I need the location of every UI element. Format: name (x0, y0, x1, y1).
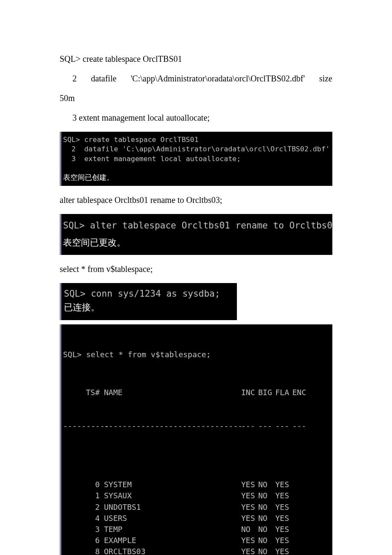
table-cell: YES (241, 535, 258, 546)
table-header: BIG (258, 387, 275, 398)
table-cell: 8 (63, 546, 104, 555)
table-cell (292, 502, 309, 513)
table-cell (292, 535, 309, 546)
table-cell: SYSTEM (104, 479, 241, 490)
table-cell: 4 (63, 513, 104, 524)
table-cell: NO (258, 524, 275, 535)
terminal-line: SQL> alter tablespace Orcltbs01 rename t… (63, 220, 332, 231)
table-cell: YES (275, 513, 292, 524)
table-cell (292, 490, 309, 501)
terminal-line: SQL> conn sys/1234 as sysdba; (64, 289, 220, 299)
table-row: 8ORCLTBS03YESNOYES (63, 546, 331, 555)
table-cell: YES (275, 502, 292, 513)
document-page: SQL> create tablespace OrclTBS01 2 dataf… (0, 0, 392, 555)
table-header: ENC (292, 387, 309, 398)
table-header: INC (241, 387, 258, 398)
table-cell: YES (275, 535, 292, 546)
table-cell: YES (241, 513, 258, 524)
table-cell: YES (275, 490, 292, 501)
table-cell (292, 513, 309, 524)
table-cell: EXAMPLE (104, 535, 241, 546)
table-row: 4USERSYESNOYES (63, 513, 331, 524)
table-cell: YES (241, 502, 258, 513)
table-row: 2UNDOTBS1YESNOYES (63, 502, 331, 513)
terminal-line: SQL> create tablespace OrclTBS01 (63, 136, 199, 144)
table-cell: YES (275, 546, 292, 555)
table-row: 0SYSTEMYESNOYES (63, 479, 331, 490)
table-cell: NO (258, 502, 275, 513)
terminal-line: 3 extent management local autoallocate; (63, 155, 241, 163)
terminal-block-3: SQL> conn sys/1234 as sysdba; 已连接。 (60, 283, 237, 320)
terminal-status: 表空间已创建。 (63, 173, 114, 182)
table-query: SQL> select * from v$tablespace; (63, 349, 331, 360)
select-statement: select * from v$tablespace; (60, 259, 332, 279)
table-cell: USERS (104, 513, 241, 524)
table-row: 3TEMPNONOYES (63, 524, 331, 535)
table-cell: NO (258, 546, 275, 555)
table-cell: 3 (63, 524, 104, 535)
sql-line-4: 3 extent management local autoallocate; (60, 108, 332, 127)
table-cell: YES (275, 524, 292, 535)
table-cell: 0 (63, 479, 104, 490)
terminal-status: 表空间已更改。 (63, 237, 126, 248)
table-cell (292, 546, 309, 555)
table-header: TS# (63, 387, 104, 398)
table-cell: NO (241, 524, 258, 535)
table-cell: YES (275, 479, 292, 490)
alter-statement: alter tablespace Orcltbs01 rename to Orc… (60, 190, 332, 210)
sql-line-3: 50m (60, 88, 332, 108)
table-cell: YES (241, 490, 258, 501)
table-cell: ORCLTBS03 (104, 546, 241, 555)
terminal-table-block: SQL> select * from v$tablespace; TS# NAM… (60, 324, 332, 555)
table-cell (292, 524, 309, 535)
table-cell: 6 (63, 535, 104, 546)
table-cell: UNDOTBS1 (104, 502, 241, 513)
terminal-line: 2 datafile 'C:\app\Administrator\oradata… (63, 145, 332, 153)
table-cell: YES (241, 546, 258, 555)
sql-line-1: SQL> create tablespace OrclTBS01 (60, 49, 332, 69)
table-separator-row: ---------- -----------------------------… (63, 420, 331, 431)
table-cell: YES (241, 479, 258, 490)
terminal-status: 已连接。 (64, 302, 100, 312)
table-row: 1SYSAUXYESNOYES (63, 490, 331, 501)
table-cell: 1 (63, 490, 104, 501)
sql-line-2: 2 datafile 'C:\app\Administrator\oradata… (60, 69, 332, 88)
table-header: FLA (275, 387, 292, 398)
table-cell: SYSAUX (104, 490, 241, 501)
table-cell (292, 479, 309, 490)
terminal-block-2: SQL> alter tablespace Orcltbs01 rename t… (60, 214, 332, 255)
table-cell: NO (258, 479, 275, 490)
table-header: NAME (104, 387, 241, 398)
table-cell: 2 (63, 502, 104, 513)
table-cell: NO (258, 535, 275, 546)
table-row: 6EXAMPLEYESNOYES (63, 535, 331, 546)
table-header-row: TS# NAME INC BIG FLA ENC (63, 387, 331, 398)
terminal-block-1: SQL> create tablespace OrclTBS01 2 dataf… (60, 132, 332, 186)
table-cell: NO (258, 513, 275, 524)
table-cell: NO (258, 490, 275, 501)
table-cell: TEMP (104, 524, 241, 535)
